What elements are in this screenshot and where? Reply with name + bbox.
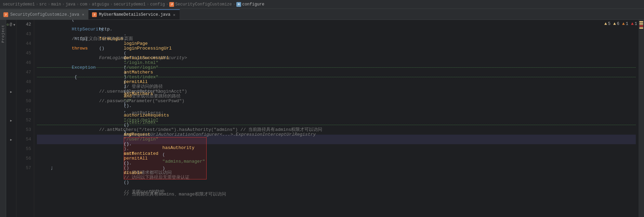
annotation-icon: ⊙ xyxy=(6,22,9,27)
gutter-row-47 xyxy=(6,68,16,77)
breadcrumb-item-active[interactable]: configure xyxy=(242,2,264,7)
breadcrumb-item[interactable]: config xyxy=(150,2,165,7)
gutter-row-52: ▸ xyxy=(6,116,16,125)
line-num-47: 47 xyxy=(18,68,31,77)
warning-badge-5: ▲ 5 xyxy=(604,21,610,26)
breadcrumb-item[interactable]: java xyxy=(66,2,76,7)
comment-56: // 关闭csrf的防护 xyxy=(124,189,165,194)
gutter-row-42: ⊙ @ ▾ xyxy=(6,20,16,29)
project-panel: Project xyxy=(0,20,6,217)
warning-icon: ▲ xyxy=(613,21,616,26)
gutter-row-55 xyxy=(6,144,16,154)
gutter-row-56 xyxy=(6,154,16,163)
breadcrumb-item[interactable]: com xyxy=(80,2,88,7)
collapse-icon[interactable]: ▾ xyxy=(13,22,16,28)
gutter-row-51 xyxy=(6,106,16,116)
line-num-55: 55 xyxy=(18,144,31,154)
scroll-warning-marker-3 xyxy=(639,27,643,29)
tab-close-button[interactable]: ✕ xyxy=(81,12,85,17)
line-num-53: 53 xyxy=(18,125,31,135)
tab-security-config[interactable]: J SecurityConfigCustomize.java ✕ xyxy=(0,9,89,19)
gutter-row-54: ▸ xyxy=(6,135,16,144)
gutter-row-57 xyxy=(6,163,16,173)
collapse-icon[interactable]: ▸ xyxy=(10,118,12,123)
gutter-row-50 xyxy=(6,96,16,106)
line-num-43: 43 xyxy=(18,29,31,39)
breadcrumb-item[interactable]: SecurityConfigCustomize xyxy=(175,2,232,7)
error-count-1: 1 xyxy=(635,22,637,26)
line-numbers: 42 43 44 45 46 47 48 49 50 51 52 53 54 5… xyxy=(16,20,34,217)
breadcrumb-item[interactable]: securitydemo1 xyxy=(3,2,35,7)
breadcrumb-item[interactable]: main xyxy=(51,2,61,7)
gutter-row-43 xyxy=(6,29,16,39)
error-badge-1: ▲ 1 xyxy=(631,21,637,26)
bookmark-icon: @ xyxy=(10,22,12,27)
line-num-54: 54 xyxy=(18,135,31,144)
method-antmatchers-54: antMatchers xyxy=(124,91,153,96)
warning-icon: ▲ xyxy=(604,21,607,26)
tab-close-button[interactable]: ✕ xyxy=(172,13,176,17)
breadcrumb-item[interactable]: atguigu xyxy=(92,2,109,7)
gutter-row-45 xyxy=(6,49,16,58)
tab-user-details[interactable]: J MyUserNameDetailsService.java ✕ xyxy=(89,9,180,19)
project-label: Project xyxy=(1,25,5,43)
scroll-warning-marker xyxy=(639,21,643,23)
java-icon: J xyxy=(92,12,97,17)
scroll-error-marker xyxy=(639,25,643,27)
tab-label: SecurityConfigCustomize.java xyxy=(10,12,79,17)
line-num-56: 56 xyxy=(18,154,31,163)
method-disable: disable xyxy=(124,170,143,175)
line-num-52: 52 xyxy=(18,116,31,125)
line-num-42: 42 xyxy=(18,20,31,29)
warning-badge-1: ▲ 1 xyxy=(622,21,628,26)
warning-badge-6: ▲ 6 xyxy=(613,21,619,26)
code-line-56: . and (). csrf (). disable () // 关闭csrf的… xyxy=(37,154,636,163)
error-summary: ▲ 5 ▲ 6 ▲ 1 ▲ 1 xyxy=(604,21,637,26)
warning-count-5: 5 xyxy=(608,22,610,26)
gutter-row-49: ▸ xyxy=(6,87,16,96)
collapse-icon[interactable]: ▸ xyxy=(10,89,12,95)
gutter-row-46 xyxy=(6,58,16,68)
method-csrf: csrf xyxy=(124,151,134,156)
gutter-icons: ⊙ @ ▾ ▸ xyxy=(6,20,16,217)
code-content[interactable]: protected void configure ( HttpSecurity … xyxy=(34,20,639,217)
line-num-44: 44 xyxy=(18,39,31,49)
line-num-46: 46 xyxy=(18,58,31,68)
line-num-48: 48 xyxy=(18,77,31,87)
breadcrumb-item[interactable]: securitydemo1 xyxy=(114,2,146,7)
warning-icon: ▲ xyxy=(622,21,625,26)
main-editor-area: ▲ 5 ▲ 6 ▲ 1 ▲ 1 Project ⊙ @ ▾ xyxy=(0,20,644,217)
right-scroll-gutter xyxy=(639,20,644,217)
error-icon: ▲ xyxy=(631,21,634,26)
method-icon: m xyxy=(236,2,241,7)
warning-count-1: 1 xyxy=(626,22,628,26)
scroll-warning-marker-2 xyxy=(639,23,643,25)
line-num-50: 50 xyxy=(18,96,31,106)
code-area: ⊙ @ ▾ ▸ xyxy=(6,20,644,217)
java-icon: J xyxy=(3,12,8,17)
tabs-bar: J SecurityConfigCustomize.java ✕ J MyUse… xyxy=(0,9,644,20)
line-num-51: 51 xyxy=(18,106,31,116)
breadcrumb: securitydemo1 › src › main › java › com … xyxy=(0,0,644,9)
gutter-row-48 xyxy=(6,77,16,87)
gutter-row-44 xyxy=(6,39,16,49)
gutter-row-53 xyxy=(6,125,16,135)
collapse-icon[interactable]: ▸ xyxy=(10,137,12,143)
line-num-49: 49 xyxy=(18,87,31,96)
breadcrumb-item[interactable]: src xyxy=(39,2,47,7)
method-and-56: and xyxy=(124,132,132,137)
warning-count-6: 6 xyxy=(617,22,619,26)
tab-label: MyUserNameDetailsService.java xyxy=(99,12,170,17)
code-editor[interactable]: ⊙ @ ▾ ▸ xyxy=(6,20,644,217)
java-class-icon: J xyxy=(169,2,174,7)
line-num-57: 57 xyxy=(18,163,31,173)
line-num-45: 45 xyxy=(18,49,31,58)
